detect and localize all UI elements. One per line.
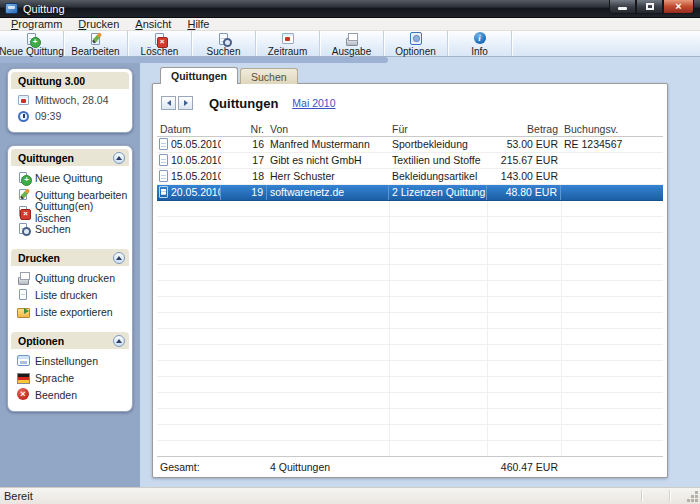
table-row[interactable]: 10.05.201017Gibt es nicht GmbHTextilien … — [157, 153, 663, 169]
toolbar-search-button[interactable]: Suchen — [192, 31, 256, 56]
toolbar-doc-delete-button[interactable]: Löschen — [128, 31, 192, 56]
table-row[interactable]: 15.05.201018Herr SchusterBekleidungsarti… — [157, 169, 663, 185]
cell-betrag: 143.00 EUR — [487, 169, 561, 184]
table-header: DatumNr.VonFürBetragBuchungsv. — [157, 121, 663, 137]
cell-von: softwarenetz.de — [267, 185, 389, 200]
app-window: Quittung ProgrammDruckenAnsichtHilfe Neu… — [0, 0, 700, 504]
section-title: Quittungen — [18, 152, 113, 164]
title-bar[interactable]: Quittung — [0, 0, 700, 18]
toolbar-printer-button[interactable]: Ausgabe — [320, 31, 384, 56]
maximize-button[interactable] — [636, 0, 663, 14]
sidebar-item-neue-quittung[interactable]: Neue Quittung — [11, 169, 129, 186]
sidebar-section-quittungen: QuittungenNeue QuittungQuittung bearbeit… — [11, 149, 129, 237]
sidebar-item-quittung-drucken[interactable]: Quittung drucken — [11, 269, 129, 286]
window-controls — [609, 0, 694, 14]
toolbar-button-label: Info — [471, 46, 488, 57]
toolbar-calendar-button[interactable]: Zeitraum — [256, 31, 320, 56]
flag-de-icon — [17, 371, 30, 384]
section-header: Drucken — [11, 249, 129, 266]
page-title: Quittungen — [209, 96, 278, 111]
next-month-button[interactable] — [178, 96, 193, 110]
cell-datum: 15.05.2010 — [157, 169, 221, 184]
cell-nr: 19 — [221, 185, 267, 200]
table-row[interactable]: 20.05.201019softwarenetz.de2 Lizenzen Qu… — [157, 185, 663, 201]
cell-von: Manfred Mustermann — [267, 137, 389, 152]
column-header-2[interactable]: Von — [267, 123, 389, 135]
cell-nr: 16 — [221, 137, 267, 152]
section-header: Quittungen — [11, 149, 129, 166]
settings-icon — [17, 354, 30, 367]
toolbar-doc-new-button[interactable]: Neue Quittung — [0, 31, 64, 56]
column-header-5[interactable]: Buchungsv. — [561, 123, 663, 135]
sidebar-item-label: Quittung(en) löschen — [35, 200, 129, 224]
toolbar-button-label: Suchen — [207, 46, 241, 57]
cell-fuer: 2 Lizenzen Quittung — [389, 185, 487, 200]
minimize-button[interactable] — [609, 0, 636, 14]
collapse-button[interactable] — [113, 335, 125, 347]
footer-total: 460.47 EUR — [487, 461, 561, 473]
sidebar-item-einstellungen[interactable]: Einstellungen — [11, 352, 129, 369]
cell-text: 20.05.2010 — [171, 185, 221, 200]
collapse-button[interactable] — [113, 152, 125, 164]
resize-grip[interactable] — [687, 491, 699, 503]
cell-text: 10.05.2010 — [171, 153, 221, 168]
toolbar-button-label: Bearbeiten — [71, 46, 119, 57]
search-icon — [17, 222, 30, 235]
cell-betrag: 48.80 EUR — [487, 185, 561, 200]
info-row: 09:39 — [11, 108, 129, 124]
doc-delete-icon — [17, 205, 30, 218]
cell-buchung — [561, 185, 663, 200]
toolbar-edit-button[interactable]: Bearbeiten — [64, 31, 128, 56]
tab-quittungen[interactable]: Quittungen — [160, 67, 238, 84]
info-rows: Mittwoch, 28.0409:39 — [11, 92, 129, 124]
menu-item-hilfe[interactable]: Hilfe — [179, 18, 217, 31]
tab-bar: QuittungenSuchen — [160, 67, 298, 84]
doc-icon — [159, 186, 169, 199]
app-icon — [5, 3, 18, 14]
chevron-up-icon — [116, 256, 122, 260]
period-link[interactable]: Mai 2010 — [292, 97, 335, 109]
table-body: 05.05.201016Manfred MustermannSportbekle… — [157, 137, 663, 456]
section-title: Drucken — [18, 252, 113, 264]
close-button[interactable] — [663, 0, 694, 14]
doc-new-icon — [17, 171, 30, 184]
sidebar-item-beenden[interactable]: Beenden — [11, 386, 129, 403]
column-header-0[interactable]: Datum — [157, 123, 221, 135]
info-icon — [473, 32, 487, 46]
column-header-4[interactable]: Betrag — [487, 123, 561, 135]
column-header-3[interactable]: Für — [389, 123, 487, 135]
tab-suchen[interactable]: Suchen — [240, 68, 298, 84]
doc-icon — [159, 154, 169, 167]
menu-item-drucken[interactable]: Drucken — [70, 18, 127, 31]
sidebar-item-sprache[interactable]: Sprache — [11, 369, 129, 386]
doc-icon — [159, 138, 169, 151]
sidebar-item-quittung-en-l-schen[interactable]: Quittung(en) löschen — [11, 203, 129, 220]
sidebar-item-liste-drucken[interactable]: Liste drucken — [11, 286, 129, 303]
menu-item-ansicht[interactable]: Ansicht — [127, 18, 179, 31]
toolbar-button-label: Ausgabe — [332, 46, 371, 57]
info-row: Mittwoch, 28.04 — [11, 92, 129, 108]
info-text: Mittwoch, 28.04 — [35, 94, 109, 106]
menu-item-programm[interactable]: Programm — [3, 18, 70, 31]
toolbar-options-window-button[interactable]: Optionen — [384, 31, 448, 56]
sidebar-item-label: Neue Quittung — [35, 172, 103, 184]
table-row[interactable]: 05.05.201016Manfred MustermannSportbekle… — [157, 137, 663, 153]
minimize-icon — [618, 7, 627, 10]
cell-text: 05.05.2010 — [171, 137, 221, 152]
collapse-button[interactable] — [113, 252, 125, 264]
section-header: Optionen — [11, 332, 129, 349]
chevron-up-icon — [116, 156, 122, 160]
toolbar-button-label: Neue Quittung — [0, 46, 64, 57]
statusbar-separator — [669, 490, 670, 502]
maximize-icon — [646, 3, 654, 10]
sidebar-item-liste-exportieren[interactable]: Liste exportieren — [11, 303, 129, 320]
column-header-1[interactable]: Nr. — [221, 123, 267, 135]
sidebar-item-label: Suchen — [35, 223, 71, 235]
toolbar-info-button[interactable]: Info — [448, 31, 512, 56]
cell-buchung: RE 1234567 — [561, 137, 663, 152]
cell-buchung — [561, 169, 663, 184]
info-card-title: Quittung 3.00 — [18, 75, 125, 87]
prev-month-button[interactable] — [161, 96, 176, 110]
status-bar: Bereit — [0, 487, 700, 504]
chevron-up-icon — [116, 339, 122, 343]
